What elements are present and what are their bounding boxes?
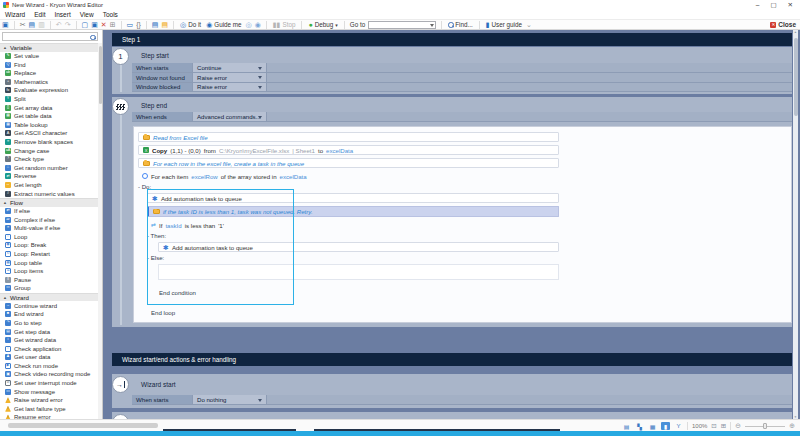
sidebar-item-set-user-interrupt-mode[interactable]: ⊘Set user interrupt mode bbox=[0, 379, 99, 388]
zoom-slider[interactable] bbox=[745, 426, 785, 427]
sidebar-item-continue-wizard[interactable]: →Continue wizard bbox=[0, 301, 99, 310]
sidebar-group-wizard[interactable]: ▲Wizard bbox=[0, 293, 99, 302]
grid-view-icon[interactable]: ▦ bbox=[648, 422, 657, 430]
cut-icon[interactable]: ✂ bbox=[20, 21, 26, 28]
stop-button[interactable]: ▮▮Stop bbox=[272, 21, 297, 28]
sidebar-item-pause[interactable]: ‖Pause bbox=[0, 275, 99, 284]
wizard-view-icon[interactable]: ▮ bbox=[661, 422, 670, 430]
guide-me-button[interactable]: ◉Guide me bbox=[205, 21, 242, 28]
when-ends-dropdown[interactable]: Advanced commands... bbox=[193, 112, 267, 121]
sidebar-item-split[interactable]: YSplit bbox=[0, 95, 99, 104]
sidebar-scrollbar[interactable] bbox=[98, 43, 102, 419]
save-icon[interactable]: ▣ bbox=[2, 21, 9, 28]
sidebar-item-get-step-data[interactable]: ▤Get step data bbox=[0, 327, 99, 336]
comment-command-row[interactable]: Read from Excel file bbox=[138, 132, 559, 142]
sidebar-item-get-random-number[interactable]: ∷Get random number bbox=[0, 164, 99, 173]
scroll-up-icon[interactable]: ▴ bbox=[793, 30, 798, 34]
end-loop-row[interactable]: End loop bbox=[151, 308, 572, 316]
sidebar-item-loop-items[interactable]: ≣Loop items bbox=[0, 267, 99, 276]
sidebar-scrollbar-thumb[interactable] bbox=[99, 46, 102, 104]
step1-header-bar[interactable]: Step 1 bbox=[112, 33, 792, 46]
sidebar-item-check-application[interactable]: ○Check application bbox=[0, 344, 99, 353]
when-starts-dropdown[interactable]: Do nothing bbox=[193, 395, 267, 404]
duplicate-window-icon[interactable]: ▣ bbox=[91, 21, 98, 28]
sidebar-item-loop-restart[interactable]: ↻Loop: Restart bbox=[0, 250, 99, 259]
toolbar-options-icon[interactable]: ⌄ bbox=[526, 21, 532, 28]
redo-icon[interactable]: ↷ bbox=[65, 21, 71, 28]
paste-icon[interactable]: ▥ bbox=[38, 21, 45, 28]
main-scrollbar-thumb[interactable] bbox=[794, 38, 798, 116]
sidebar-item-check-run-mode[interactable]: ▶Check run mode bbox=[0, 362, 99, 371]
flow-view-icon[interactable]: Y bbox=[674, 422, 683, 430]
sidebar-item-loop[interactable]: ○Loop bbox=[0, 232, 99, 241]
export-file-icon[interactable]: ▤ bbox=[161, 21, 168, 28]
dropdown-arrow-icon[interactable] bbox=[258, 86, 262, 89]
debug-button[interactable]: ●Debug▾ bbox=[307, 21, 338, 28]
sidebar-item-raise-wizard-error[interactable]: !Raise wizard error bbox=[0, 396, 99, 405]
sidebar-item-check-video-recording-mode[interactable]: ▣Check video recording mode bbox=[0, 370, 99, 379]
close-editor-button[interactable]: ✕ Close bbox=[770, 20, 796, 29]
sidebar-group-variable[interactable]: ▲Variable bbox=[0, 43, 99, 52]
sidebar-group-flow[interactable]: ▲Flow bbox=[0, 198, 99, 207]
sidebar-item-loop-break[interactable]: ◉Loop: Break bbox=[0, 241, 99, 250]
list-view-icon[interactable]: ▤ bbox=[622, 422, 631, 430]
undo-icon[interactable]: ↶ bbox=[56, 21, 62, 28]
thumbnail-view-icon[interactable]: ⊞ bbox=[721, 422, 726, 430]
window-blocked-dropdown[interactable]: Raise error bbox=[193, 83, 267, 92]
wizard-actions-header-bar[interactable]: Wizard start/end actions & error handlin… bbox=[112, 353, 792, 366]
go-to-input[interactable] bbox=[368, 21, 436, 29]
sidebar-item-get-length[interactable]: ↔Get length bbox=[0, 181, 99, 190]
maximize-button[interactable]: ▢ bbox=[770, 1, 776, 9]
zoom-out-button[interactable]: ⊖ bbox=[735, 422, 741, 430]
horizontal-scrollbar-thumb[interactable] bbox=[8, 423, 158, 428]
sidebar-search-input[interactable] bbox=[2, 32, 98, 41]
menu-tools[interactable]: Tools bbox=[103, 11, 118, 18]
main-scrollbar[interactable]: ▴ ▾ bbox=[793, 30, 798, 419]
sidebar-item-if-else[interactable]: ⇄If else bbox=[0, 207, 99, 216]
sidebar-item-end-wizard[interactable]: ■End wizard bbox=[0, 310, 99, 319]
sidebar-item-remove-blank-spaces[interactable]: ≡Remove blank spaces bbox=[0, 138, 99, 147]
menu-insert[interactable]: Insert bbox=[54, 11, 70, 18]
user-guide-button[interactable]: ▮User guide bbox=[485, 21, 523, 28]
wizard-start-section[interactable]: → Wizard start When startsDo nothing bbox=[112, 374, 792, 408]
run-from-here-icon[interactable]: ◎ bbox=[246, 21, 252, 28]
step-start-section[interactable]: 1 Step start When startsContinueWindow n… bbox=[112, 47, 792, 94]
sidebar-item-get-user-data[interactable]: ♟Get user data bbox=[0, 353, 99, 362]
sidebar-item-extract-numeric-values[interactable]: #Extract numeric values bbox=[0, 189, 99, 198]
combo-arrow-icon[interactable] bbox=[430, 24, 434, 27]
sidebar-item-get-last-failure-type[interactable]: !Get last failure type bbox=[0, 405, 99, 414]
sidebar-item-show-message[interactable]: ▭Show message bbox=[0, 387, 99, 396]
minimize-button[interactable]: – bbox=[756, 1, 760, 9]
sidebar-item-complex-if-else[interactable]: ≫Complex if else bbox=[0, 215, 99, 224]
dropdown-arrow-icon[interactable] bbox=[258, 67, 262, 70]
do-it-button[interactable]: ◎Do it bbox=[179, 21, 202, 28]
tree-view-icon[interactable]: ▚ bbox=[635, 422, 644, 430]
sidebar-item-get-array-data[interactable]: []Get array data bbox=[0, 103, 99, 112]
sidebar-item-table-lookup[interactable]: ▦Table lookup bbox=[0, 121, 99, 130]
import-file-icon[interactable]: ▤ bbox=[152, 21, 159, 28]
sidebar-item-multi-value-if-else[interactable]: ≡Multi-value if else bbox=[0, 224, 99, 233]
zoom-in-button[interactable]: ⊕ bbox=[789, 422, 795, 430]
window-not-found-dropdown[interactable]: Raise error bbox=[193, 73, 267, 82]
sidebar-item-check-type[interactable]: ?Check type bbox=[0, 155, 99, 164]
resize-icon[interactable]: ⊞ bbox=[110, 21, 116, 28]
delete-icon[interactable]: ✕ bbox=[101, 21, 107, 28]
sidebar-item-go-to-step[interactable]: ↷Go to step bbox=[0, 319, 99, 328]
sidebar-item-group[interactable]: ▭Group bbox=[0, 284, 99, 293]
copy-icon[interactable]: ▤ bbox=[29, 21, 36, 28]
action-command-row[interactable]: XCopy(1,1) - (0,0)fromC:\Kryon\myExcelFi… bbox=[138, 145, 559, 155]
braces-icon[interactable]: {} bbox=[136, 21, 141, 28]
loop-command-row[interactable]: For each itemexcelRowof the array stored… bbox=[138, 171, 559, 181]
sidebar-item-get-table-data[interactable]: ▦Get table data bbox=[0, 112, 99, 121]
when-starts-dropdown[interactable]: Continue bbox=[193, 63, 267, 72]
sidebar-item-evaluate-expression[interactable]: fxEvaluate expression bbox=[0, 86, 99, 95]
dropdown-arrow-icon[interactable] bbox=[258, 399, 262, 402]
menu-edit[interactable]: Edit bbox=[34, 11, 45, 18]
sidebar-item-get-wizard-data[interactable]: iGet wizard data bbox=[0, 336, 99, 345]
menu-view[interactable]: View bbox=[80, 11, 94, 18]
capture-region-icon[interactable]: ▭ bbox=[127, 21, 134, 28]
dropdown-arrow-icon[interactable] bbox=[258, 76, 262, 79]
sidebar-item-set-value[interactable]: ✎Set value bbox=[0, 52, 99, 61]
zoom-slider-thumb[interactable] bbox=[763, 423, 767, 429]
comment-command-row[interactable]: For each row in the excel file, create a… bbox=[138, 158, 559, 168]
